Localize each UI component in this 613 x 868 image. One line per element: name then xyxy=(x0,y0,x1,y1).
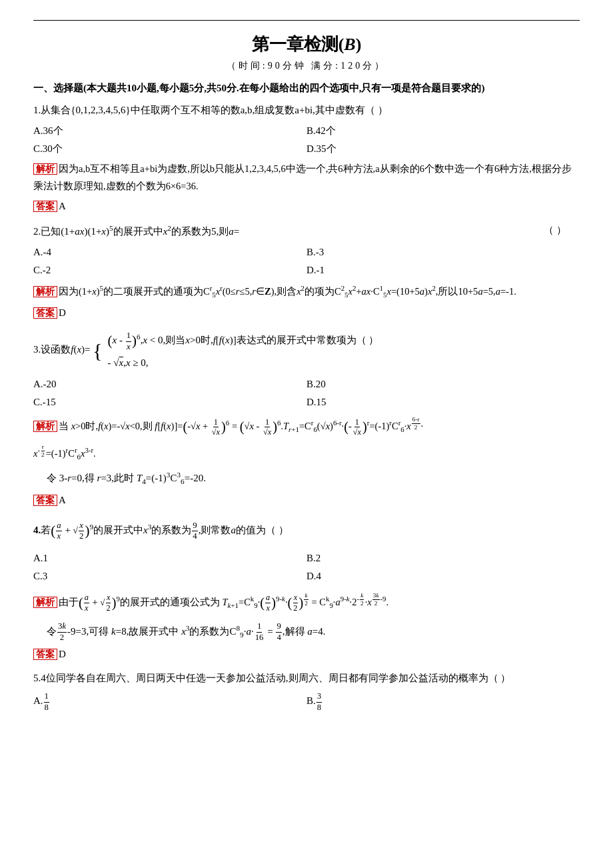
question-2: 2.已知(1+ax)(1+x)5的展开式中x2的系数为5,则a= （ ） A.-… xyxy=(33,221,580,321)
q4-calc1: 令3k2-9=3,可得 k=8,故展开式中 x3的系数为C89·a·116 = … xyxy=(47,621,580,643)
q2-jiexi-text: 因为(1+x)5的二项展开式的通项为Cr5xr(0≤r≤5,r∈Z),则含x2的… xyxy=(59,286,516,297)
q2-option-a: A.-4 xyxy=(33,243,306,261)
q5-text: 5.4位同学各自在周六、周日两天中任选一天参加公益活动,则周六、周日都有同学参加… xyxy=(33,669,580,687)
q3-cases: (x - 1x)6,x < 0,则当x>0时,f[f(x)]表达式的展开式中常数… xyxy=(107,329,378,372)
q2-option-c: C.-2 xyxy=(33,261,306,279)
q3-jiexi2-text: x-r2=(-1)rCr6x3-r. xyxy=(33,448,96,459)
q4-options: A.1 B.2 C.3 D.4 xyxy=(33,549,580,585)
jiexi-label-4: 解析 xyxy=(33,597,57,608)
q3-option-c: C.-15 xyxy=(33,393,306,411)
jiexi-label-2: 解析 xyxy=(33,286,57,297)
q5-a-label: A. xyxy=(33,695,43,706)
q5-option-a: A.18 xyxy=(33,690,306,712)
question-5: 5.4位同学各自在周六、周日两天中任选一天参加公益活动,则周六、周日都有同学参加… xyxy=(33,669,580,712)
q3-options: A.-20 B.20 C.-15 D.15 xyxy=(33,375,580,411)
q2-option-d: D.-1 xyxy=(306,261,580,279)
q3-option-b: B.20 xyxy=(306,375,580,393)
q1-option-c: C.30个 xyxy=(33,140,306,158)
question-1: 1.从集合{0,1,2,3,4,5,6}中任取两个互不相等的数a,b,组成复数a… xyxy=(33,101,580,215)
q4-option-d: D.4 xyxy=(306,567,580,585)
page-subtitle: （时间:90分钟 满分:120分） xyxy=(33,60,580,72)
q1-option-a: A.36个 xyxy=(33,122,306,140)
q2-jiexi: 解析因为(1+x)5的二项展开式的通项为Cr5xr(0≤r≤5,r∈Z),则含x… xyxy=(33,282,580,301)
page-title: 第一章检测(B) xyxy=(33,33,580,56)
daan-label-2: 答案 xyxy=(33,307,57,319)
q4-daan: 答案D xyxy=(33,645,580,663)
q2-main-text: 2.已知(1+ax)(1+x)5的展开式中x2的系数为5,则a= xyxy=(33,226,239,237)
q4-intro: 4.若(ax + √x2)9的展开式中x3的系数为94,则常数a的值为（ ） xyxy=(33,525,289,535)
q3-daan: 答案A xyxy=(33,491,580,509)
q3-case2: - √x,x ≥ 0, xyxy=(107,354,378,372)
jiexi-label-1: 解析 xyxy=(33,163,57,175)
q3-calc: 令 3-r=0,得 r=3,此时 T4=(-1)3C36=-20. xyxy=(47,467,580,489)
q5-a-frac-n: 1 xyxy=(44,691,49,702)
q5-b-label: B. xyxy=(306,695,316,706)
section1-header: 一、选择题(本大题共10小题,每小题5分,共50分.在每小题给出的四个选项中,只… xyxy=(33,80,580,96)
q1-option-d: D.35个 xyxy=(306,140,580,158)
q4-daan-text: D xyxy=(59,649,66,659)
q1-options: A.36个 B.42个 C.30个 D.35个 xyxy=(33,122,580,158)
q2-text: 2.已知(1+ax)(1+x)5的展开式中x2的系数为5,则a= （ ） xyxy=(33,221,580,241)
q3-case1: (x - 1x)6,x < 0,则当x>0时,f[f(x)]表达式的展开式中常数… xyxy=(107,329,378,354)
q2-paren: （ ） xyxy=(544,221,566,239)
q4-option-c: C.3 xyxy=(33,567,306,585)
daan-label-3: 答案 xyxy=(33,495,57,506)
q3-jiexi2: x-r2=(-1)rCr6x3-r. xyxy=(33,443,580,465)
q3-jiexi: 解析当 x>0时,f(x)=-√x<0,则 f[f(x)]=(-√x + 1√x… xyxy=(33,414,580,441)
q1-daan: 答案A xyxy=(33,197,580,215)
q5-option-b: B.38 xyxy=(306,690,580,712)
top-divider xyxy=(33,20,580,21)
q4-option-b: B.2 xyxy=(306,549,580,567)
daan-label-4: 答案 xyxy=(33,649,57,660)
q3-jiexi-text: 当 x>0时,f(x)=-√x<0,则 f[f(x)]=(-√x + 1√x)6… xyxy=(59,421,423,431)
jiexi-label-3: 解析 xyxy=(33,421,57,432)
q3-intro: 3.设函数f(x)= xyxy=(33,344,91,355)
q1-text: 1.从集合{0,1,2,3,4,5,6}中任取两个互不相等的数a,b,组成复数a… xyxy=(33,101,580,119)
q3-text: 3.设函数f(x)= { (x - 1x)6,x < 0,则当x>0时,f[f(… xyxy=(33,329,580,373)
q2-options: A.-4 B.-3 C.-2 D.-1 xyxy=(33,243,580,279)
q5-a-frac-d: 8 xyxy=(44,703,49,713)
q3-brace: { xyxy=(93,339,102,361)
daan-label-1: 答案 xyxy=(33,201,57,212)
q1-jiexi: 解析因为a,b互不相等且a+bi为虚数,所以b只能从1,2,3,4,5,6中选一… xyxy=(33,161,580,195)
q2-daan-text: D xyxy=(59,307,66,318)
q3-option-d: D.15 xyxy=(306,393,580,411)
q3-daan-text: A xyxy=(59,495,66,505)
q3-option-a: A.-20 xyxy=(33,375,306,393)
q1-jiexi-text: 因为a,b互不相等且a+bi为虚数,所以b只能从1,2,3,4,5,6中选一个,… xyxy=(33,163,572,191)
q4-jiexi-text: 由于(ax + √x2)9的展开式的通项公式为 Tk+1=Ck9·(ax)9-k… xyxy=(59,597,388,607)
q4-text: 4.若(ax + √x2)9的展开式中x3的系数为94,则常数a的值为（ ） xyxy=(33,516,580,547)
q5-b-frac-d: 8 xyxy=(316,703,322,713)
q5-options: A.18 B.38 xyxy=(33,690,580,712)
question-4: 4.若(ax + √x2)9的展开式中x3的系数为94,则常数a的值为（ ） A… xyxy=(33,516,580,663)
question-3: 3.设函数f(x)= { (x - 1x)6,x < 0,则当x>0时,f[f(… xyxy=(33,329,580,509)
q4-jiexi: 解析由于(ax + √x2)9的展开式的通项公式为 Tk+1=Ck9·(ax)9… xyxy=(33,588,580,618)
q1-option-b: B.42个 xyxy=(306,122,580,140)
q2-daan: 答案D xyxy=(33,304,580,322)
q1-daan-text: A xyxy=(59,201,66,211)
q2-option-b: B.-3 xyxy=(306,243,580,261)
q4-option-a: A.1 xyxy=(33,549,306,567)
q5-b-frac-n: 3 xyxy=(316,691,322,702)
